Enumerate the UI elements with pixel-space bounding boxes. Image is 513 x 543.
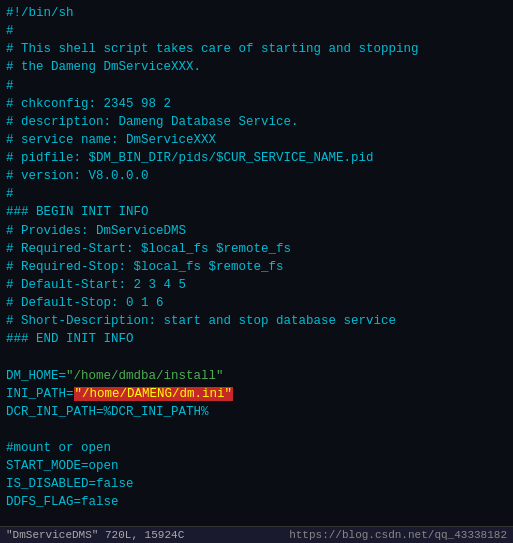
line-20	[6, 348, 507, 366]
line-14: # Required-Start: $local_fs $remote_fs	[6, 240, 507, 258]
line-28: DDFS_FLAG=false	[6, 493, 507, 511]
line-13: # Provides: DmServiceDMS	[6, 222, 507, 240]
line-12: ### BEGIN INIT INFO	[6, 203, 507, 221]
line-2: #	[6, 22, 507, 40]
line-23: DCR_INI_PATH=%DCR_INI_PATH%	[6, 403, 507, 421]
line-6: # chkconfig: 2345 98 2	[6, 95, 507, 113]
line-5: #	[6, 77, 507, 95]
terminal-window: #!/bin/sh # # This shell script takes ca…	[0, 0, 513, 543]
line-19: ### END INIT INFO	[6, 330, 507, 348]
line-15: # Required-Stop: $local_fs $remote_fs	[6, 258, 507, 276]
line-3: # This shell script takes care of starti…	[6, 40, 507, 58]
line-24	[6, 421, 507, 439]
status-bar: "DmServiceDMS" 720L, 15924C https://blog…	[0, 526, 513, 543]
line-9: # pidfile: $DM_BIN_DIR/pids/$CUR_SERVICE…	[6, 149, 507, 167]
line-10: # version: V8.0.0.0	[6, 167, 507, 185]
line-1: #!/bin/sh	[6, 4, 507, 22]
line-8: # service name: DmServiceXXX	[6, 131, 507, 149]
line-11: #	[6, 185, 507, 203]
line-21: DM_HOME="/home/dmdba/install"	[6, 367, 507, 385]
line-22: INI_PATH="/home/DAMENG/dm.ini"	[6, 385, 507, 403]
status-url: https://blog.csdn.net/qq_43338182	[289, 529, 507, 541]
line-4: # the Dameng DmServiceXXX.	[6, 58, 507, 76]
line-17: # Default-Stop: 0 1 6	[6, 294, 507, 312]
line-25: #mount or open	[6, 439, 507, 457]
line-27: IS_DISABLED=false	[6, 475, 507, 493]
line-7: # description: Dameng Database Service.	[6, 113, 507, 131]
line-16: # Default-Start: 2 3 4 5	[6, 276, 507, 294]
line-18: # Short-Description: start and stop data…	[6, 312, 507, 330]
status-file-info: "DmServiceDMS" 720L, 15924C	[6, 529, 184, 541]
line-26: START_MODE=open	[6, 457, 507, 475]
